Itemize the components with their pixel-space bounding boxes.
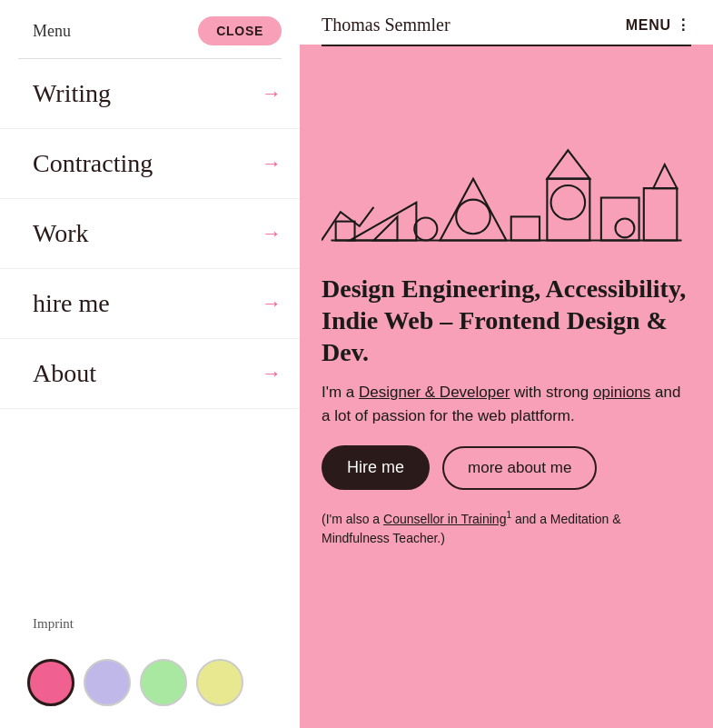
nav-label-writing: Writing bbox=[33, 79, 111, 108]
sidebar-header: Menu CLOSE bbox=[0, 0, 300, 58]
sidebar-item-contracting[interactable]: Contracting → bbox=[0, 129, 300, 199]
svg-rect-6 bbox=[511, 216, 540, 240]
counsellor-link[interactable]: Counsellor in Training bbox=[383, 512, 506, 526]
sidebar-item-writing[interactable]: Writing → bbox=[0, 59, 300, 129]
svg-point-9 bbox=[551, 185, 586, 220]
nav-list: Writing → Contracting → Work → hire me →… bbox=[0, 59, 300, 600]
hero-text: Design Engineering, Accessibility, Indie… bbox=[322, 258, 691, 573]
hero-heading: Design Engineering, Accessibility, Indie… bbox=[322, 273, 691, 368]
nav-label-contracting: Contracting bbox=[33, 149, 153, 178]
hero-area: Design Engineering, Accessibility, Indie… bbox=[300, 46, 713, 728]
arrow-icon-contracting: → bbox=[262, 152, 282, 175]
main-content: Thomas Semmler MENU ⋮ bbox=[300, 0, 713, 728]
svg-marker-1 bbox=[350, 203, 416, 241]
svg-marker-11 bbox=[644, 188, 678, 240]
arrow-icon-about: → bbox=[262, 362, 282, 385]
nav-label-work: Work bbox=[33, 219, 89, 248]
nav-label-about: About bbox=[33, 359, 96, 388]
sidebar-item-about[interactable]: About → bbox=[0, 339, 300, 409]
svg-point-13 bbox=[616, 218, 635, 237]
swatch-lavender[interactable] bbox=[84, 659, 131, 706]
hire-me-button[interactable]: Hire me bbox=[322, 445, 430, 490]
close-button[interactable]: CLOSE bbox=[198, 16, 282, 45]
designer-dev-link[interactable]: Designer & Developer bbox=[359, 384, 510, 401]
svg-rect-14 bbox=[336, 222, 355, 241]
nav-label-hire-me: hire me bbox=[33, 289, 110, 318]
sidebar-item-hire-me[interactable]: hire me → bbox=[0, 269, 300, 339]
svg-marker-4 bbox=[440, 179, 506, 241]
arrow-icon-work: → bbox=[262, 222, 282, 245]
swatch-green[interactable] bbox=[140, 659, 187, 706]
footer-text-1: (I'm also a bbox=[322, 512, 383, 526]
footer-note: (I'm also a Counsellor in Training1 and … bbox=[322, 508, 691, 566]
hero-illustration bbox=[322, 55, 691, 254]
cta-buttons: Hire me more about me bbox=[322, 445, 691, 490]
menu-label: Menu bbox=[33, 22, 71, 41]
main-header: Thomas Semmler MENU ⋮ bbox=[300, 0, 713, 45]
svg-marker-12 bbox=[653, 165, 677, 188]
site-title: Thomas Semmler bbox=[322, 15, 451, 35]
svg-point-3 bbox=[414, 217, 437, 240]
body-text-1: I'm a bbox=[322, 384, 359, 401]
sidebar: Menu CLOSE Writing → Contracting → Work … bbox=[0, 0, 300, 728]
arrow-icon-hire-me: → bbox=[262, 292, 282, 315]
more-about-me-button[interactable]: more about me bbox=[442, 446, 597, 490]
body-text-2: with strong bbox=[510, 384, 593, 401]
swatch-pink[interactable] bbox=[27, 659, 74, 706]
hero-body: I'm a Designer & Developer with strong o… bbox=[322, 381, 691, 427]
menu-dots-button[interactable]: MENU ⋮ bbox=[626, 16, 691, 34]
opinions-link[interactable]: opinions bbox=[593, 384, 650, 401]
svg-marker-8 bbox=[547, 150, 589, 178]
svg-point-5 bbox=[456, 200, 490, 234]
imprint-link[interactable]: Imprint bbox=[0, 600, 300, 641]
arrow-icon-writing: → bbox=[262, 82, 282, 105]
swatch-yellow[interactable] bbox=[196, 659, 243, 706]
color-swatches bbox=[0, 641, 300, 728]
sidebar-item-work[interactable]: Work → bbox=[0, 199, 300, 269]
